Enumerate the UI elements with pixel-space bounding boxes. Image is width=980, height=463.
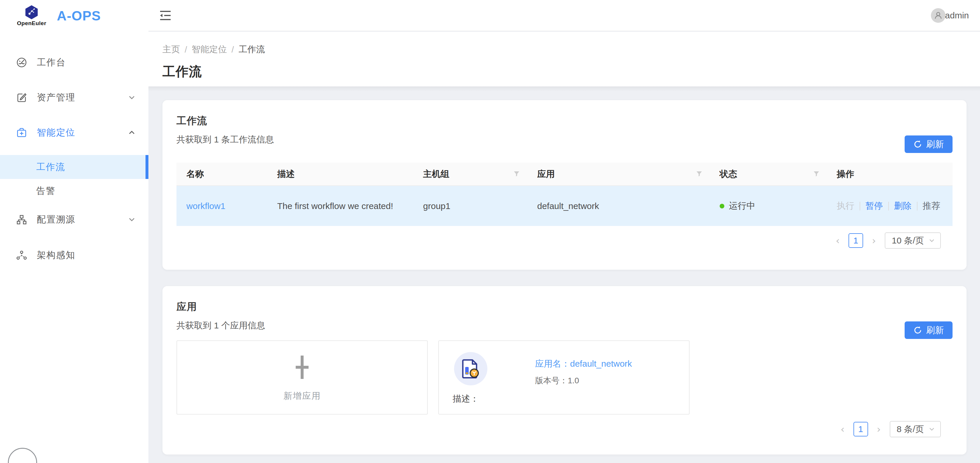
workflow-app-cell: default_network [527, 201, 710, 211]
application-version-line: 版本号：1.0 [535, 375, 632, 386]
chevron-down-icon [929, 237, 935, 244]
column-header-app[interactable]: 应用 [527, 163, 710, 186]
breadcrumb-current: 工作流 [239, 43, 265, 55]
form-icon [16, 92, 27, 103]
floating-helper-button[interactable] [8, 448, 37, 463]
prev-page-button[interactable]: ‹ [838, 424, 847, 434]
sidebar-item-workflow[interactable]: 工作流 [0, 155, 148, 179]
workflow-description-cell: The first workflow we created! [267, 201, 413, 211]
action-divider [888, 202, 889, 211]
cluster-icon [16, 214, 27, 225]
workflow-pagination: ‹ 1 › 10 条/页 [177, 232, 953, 249]
user-menu[interactable]: admin [931, 8, 969, 23]
menu-fold-icon [159, 10, 172, 21]
main-content: 工作流 共获取到 1 条工作流信息 刷新 名称 描述 主机组 应用 状态 [148, 86, 980, 463]
application-description-label: 描述： [453, 393, 479, 405]
filter-icon[interactable] [696, 170, 703, 178]
reload-icon [913, 326, 922, 335]
sidebar-menu: 工作台 资产管理 智能定位 工作流 告警 [0, 31, 148, 268]
application-tile[interactable]: 应用名：default_network 版本号：1.0 描述： [438, 340, 690, 415]
prev-page-button[interactable]: ‹ [833, 236, 842, 246]
sidebar-item-label: 架构感知 [37, 249, 135, 261]
application-avatar [454, 352, 487, 385]
filter-icon[interactable] [813, 170, 820, 178]
workflow-card-summary: 共获取到 1 条工作流信息 [177, 134, 953, 146]
breadcrumb: 主页 / 智能定位 / 工作流 [162, 43, 980, 55]
application-refresh-button[interactable]: 刷新 [905, 322, 953, 339]
breadcrumb-home[interactable]: 主页 [162, 43, 180, 55]
page-size-value: 8 条/页 [897, 423, 924, 435]
application-pagination: ‹ 1 › 8 条/页 [177, 421, 953, 437]
application-file-icon [461, 359, 480, 379]
column-label: 操作 [837, 168, 854, 180]
page-number-button[interactable]: 1 [853, 422, 868, 436]
refresh-label: 刷新 [926, 138, 944, 151]
status-dot [720, 204, 724, 208]
application-name-link[interactable]: default_network [570, 359, 632, 368]
chevron-up-icon [128, 129, 135, 136]
sidebar-item-alerts[interactable]: 告警 [0, 179, 148, 203]
product-name: A-OPS [57, 8, 101, 24]
column-header-host-group[interactable]: 主机组 [413, 163, 527, 186]
sidebar-item-label: 资产管理 [37, 91, 128, 104]
plus-icon [288, 353, 316, 381]
chevron-down-icon [929, 426, 935, 432]
application-card: 应用 共获取到 1 个应用信息 刷新 新增应用 [162, 286, 967, 455]
column-label: 主机组 [423, 168, 449, 180]
workflow-refresh-button[interactable]: 刷新 [905, 135, 953, 153]
username-label: admin [945, 11, 969, 21]
workflow-card-title: 工作流 [177, 114, 953, 128]
workflow-name-link[interactable]: workflow1 [186, 201, 225, 211]
topbar: admin [148, 0, 980, 31]
openeuler-logo: OpenEuler [17, 5, 46, 27]
action-divider [860, 202, 860, 211]
next-page-button[interactable]: › [875, 424, 883, 434]
filter-icon[interactable] [513, 170, 520, 178]
page-number-button[interactable]: 1 [848, 233, 863, 248]
sidebar-collapse-button[interactable] [158, 8, 172, 22]
workflow-status-cell: 运行中 [710, 200, 827, 212]
workflow-actions-cell: 执行 暂停 删除 推荐 [827, 200, 953, 212]
column-label: 名称 [186, 168, 204, 180]
workflow-table: 名称 描述 主机组 应用 状态 操作 workflow1 The first w… [177, 163, 953, 226]
column-header-actions: 操作 [827, 163, 953, 186]
sidebar-item-asset-management[interactable]: 资产管理 [0, 85, 148, 110]
application-card-title: 应用 [177, 300, 953, 314]
execute-action[interactable]: 执行 [837, 200, 854, 212]
table-header-row: 名称 描述 主机组 应用 状态 操作 [177, 163, 953, 186]
breadcrumb-intelligent-location[interactable]: 智能定位 [192, 43, 227, 55]
add-application-label: 新增应用 [283, 390, 321, 402]
sidebar-item-dashboard[interactable]: 工作台 [0, 50, 148, 75]
sidebar-item-label: 工作台 [37, 56, 135, 68]
column-header-description[interactable]: 描述 [267, 163, 413, 186]
page-size-select[interactable]: 8 条/页 [890, 421, 941, 437]
sidebar-item-intelligent-location[interactable]: 智能定位 [0, 120, 148, 145]
brand-name: OpenEuler [17, 20, 46, 27]
table-row[interactable]: workflow1 The first workflow we created!… [177, 186, 953, 226]
next-page-button[interactable]: › [870, 236, 878, 246]
sidebar-item-config-tracing[interactable]: 配置溯源 [0, 207, 148, 232]
recommend-action[interactable]: 推荐 [923, 200, 940, 212]
delete-action[interactable]: 删除 [894, 200, 912, 212]
column-header-status[interactable]: 状态 [710, 163, 827, 186]
action-divider [917, 202, 918, 211]
chevron-down-icon [128, 216, 135, 223]
pause-action[interactable]: 暂停 [865, 200, 883, 212]
add-application-tile[interactable]: 新增应用 [177, 340, 428, 415]
reload-icon [913, 140, 922, 149]
breadcrumb-separator: / [185, 44, 187, 55]
brand-header: OpenEuler A-OPS [0, 0, 148, 31]
sidebar-item-architecture-awareness[interactable]: 架构感知 [0, 243, 148, 268]
sidebar-item-label: 告警 [36, 185, 56, 197]
user-icon [934, 11, 943, 20]
column-header-name[interactable]: 名称 [177, 163, 267, 186]
page-header: 主页 / 智能定位 / 工作流 工作流 [148, 32, 980, 86]
column-label: 状态 [720, 168, 737, 180]
page-size-select[interactable]: 10 条/页 [885, 232, 941, 249]
page-title: 工作流 [162, 63, 980, 80]
sidebar: OpenEuler A-OPS 工作台 资产管理 [0, 0, 148, 463]
application-card-summary: 共获取到 1 个应用信息 [177, 320, 953, 331]
openeuler-hexagon-icon [25, 5, 38, 19]
workflow-host-group-cell: group1 [413, 201, 527, 211]
breadcrumb-separator: / [231, 44, 234, 55]
